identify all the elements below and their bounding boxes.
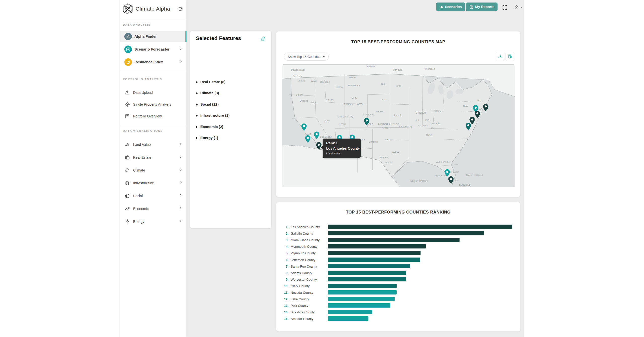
my-reports-label: My Reports [475,5,494,9]
county-name: Adams County [291,271,312,275]
fullscreen-icon[interactable] [502,5,508,11]
sidebar-item-label: Energy [133,220,144,224]
chevron-right-icon [178,60,181,63]
map-pin[interactable] [364,118,370,126]
ranking-bar[interactable] [328,251,421,255]
climate-alpha-logo-icon [122,3,133,15]
sidebar-item-land-value[interactable]: Land Value [120,139,186,150]
feature-group-label: Social (12) [200,102,219,106]
page: Climate Alpha DATA ANALYSIS Alpha Finder… [0,0,644,337]
ranking-row: 14.Birkshire County [276,309,520,316]
triangle-right-icon [196,92,198,95]
ranking-bar[interactable] [328,310,372,314]
ranking-bar[interactable] [328,297,395,301]
map-pin[interactable] [465,122,471,131]
ranking-bar[interactable] [328,258,420,262]
sidebar-item-climate[interactable]: Climate [120,165,186,176]
sidebar-toggle-icon[interactable] [178,7,182,11]
sidebar-item-alpha-finder[interactable]: Alpha Finder [120,31,186,42]
sidebar-item-scenario-forecaster[interactable]: Scenario Forecaster [120,44,186,55]
map-pin[interactable] [314,131,320,139]
ranking-bar[interactable] [328,244,426,248]
sidebar-item-label: Portfolio Overview [133,114,162,118]
trend-line-icon [125,206,130,211]
county-name: Miami-Dade County [291,238,320,242]
map-pin[interactable] [301,123,307,131]
ranking-bar[interactable] [328,231,484,235]
rank-number: 5. [276,251,288,255]
county-name: Polk County [291,304,308,308]
sidebar-item-energy[interactable]: Energy [120,216,186,227]
sidebar-item-label: Single Property Analysis [133,102,171,106]
county-name: Amador County [291,317,313,321]
map-pin[interactable] [483,104,489,112]
triangle-right-icon [196,103,198,106]
sidebar-item-infrastructure[interactable]: Infrastructure [120,178,186,188]
active-accent-bar [185,31,186,42]
map-pin[interactable] [448,176,454,184]
map-pin[interactable] [474,110,480,118]
ranking-bar[interactable] [328,303,390,308]
ranking-bar[interactable] [328,277,406,281]
chevron-right-icon [178,142,181,146]
ranking-bar[interactable] [328,316,368,321]
ranking-bar[interactable] [328,264,410,268]
sidebar-item-social[interactable]: Social [120,191,186,201]
add-to-report-button[interactable] [505,52,514,61]
sidebar-item-resilience-index[interactable]: Resilience Index [120,57,186,67]
ranking-bar[interactable] [328,284,397,288]
rank-number: 2. [276,232,288,235]
user-menu[interactable] [514,5,522,10]
rank-number: 1. [276,225,288,229]
county-name: Santa Fee County [291,265,317,268]
dropdown-label: Show Top 15 Counties [288,55,320,59]
feature-group-label: Infrastructure (1) [200,113,230,117]
show-top-counties-dropdown[interactable]: Show Top 15 Counties [284,53,329,61]
sidebar-item-portfolio-overview[interactable]: Portfolio Overview [120,111,186,121]
chevron-right-icon [178,194,181,197]
briefcase-icon [125,155,130,160]
ranking-row: 12.Lake County [276,296,520,303]
rank-number: 4. [276,245,288,248]
county-name: Los Angeles County [291,225,320,229]
rank-number: 14. [276,310,288,314]
rank-number: 11. [276,291,288,294]
ranking-bar[interactable] [328,290,397,294]
sidebar-item-label: Social [133,194,143,198]
my-reports-button[interactable]: My Reports [466,3,498,11]
divider [120,18,186,18]
map-pin[interactable] [305,135,311,143]
tooltip-rank: Rank 1 [326,141,361,145]
report-add-icon [508,54,512,59]
divider [120,72,186,72]
ranking-bar[interactable] [328,225,512,229]
sidebar-item-single-property-analysis[interactable]: Single Property Analysis [120,99,186,110]
us-map[interactable]: Powell RiverReginaWeyburnWinnipegVictori… [282,64,515,187]
ranking-row: 10.Clark County [276,283,520,290]
ranking-row: 6.Jefferson County [276,257,520,264]
edit-pencil-icon[interactable] [260,36,266,42]
download-map-button[interactable] [496,52,505,61]
scenarios-button[interactable]: Scenarios [436,3,465,11]
rank-number: 12. [276,297,288,301]
sidebar-item-label: Real Estate [133,155,151,159]
ranking-row: 11.Nevada County [276,290,520,296]
rank-number: 9. [276,278,288,281]
ranking-bar[interactable] [328,238,460,242]
sidebar-item-data-upload[interactable]: Data Upload [120,87,186,98]
rank-number: 3. [276,238,288,242]
ranking-card-title: TOP 15 BEST-PERFORMING COUNTIES RANKING [276,210,520,215]
chevron-right-icon [178,206,181,210]
ranking-row: 5.Plymouth County [276,250,520,257]
chevron-right-icon [178,181,181,184]
feature-group-label: Economic (2) [200,125,223,129]
county-name: Lake County [291,297,309,301]
sidebar-item-label: Economic [133,207,148,211]
user-icon [514,5,519,10]
sidebar-item-economic[interactable]: Economic [120,203,186,214]
triangle-right-icon [196,137,198,139]
sidebar-item-real-estate[interactable]: Real Estate [120,152,186,163]
ranking-bar[interactable] [328,271,406,275]
triangle-right-icon [196,114,198,117]
divider [120,125,186,125]
